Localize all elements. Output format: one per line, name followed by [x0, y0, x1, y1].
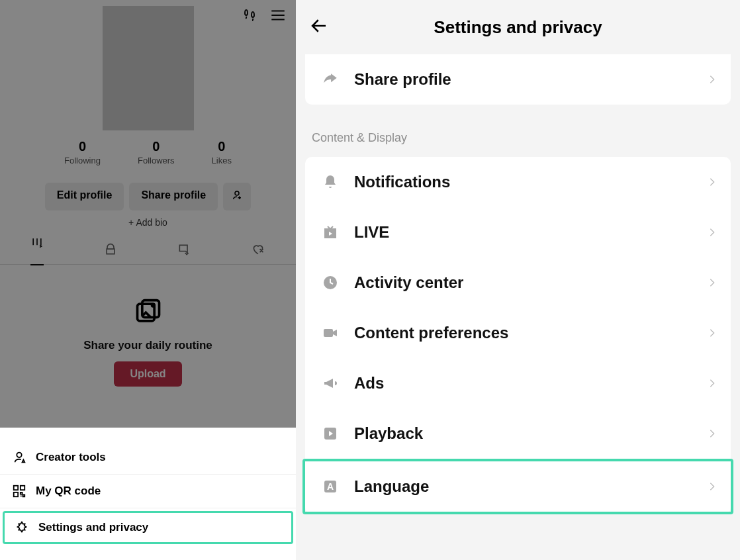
menu-icon[interactable] [269, 7, 287, 26]
item-ads[interactable]: Ads [305, 358, 731, 408]
item-activity-center[interactable]: Activity center [305, 257, 731, 308]
item-notifications-label: Notifications [354, 173, 450, 191]
item-playback[interactable]: Playback [305, 408, 731, 459]
item-language[interactable]: A Language [302, 459, 733, 514]
video-camera-icon [321, 325, 340, 341]
megaphone-icon [321, 375, 340, 391]
item-ads-label: Ads [354, 374, 384, 393]
profile-screen: 0 Following 0 Followers 0 Likes Edit pro… [0, 0, 296, 560]
empty-state: Share your daily routine Upload [0, 298, 296, 387]
sheet-settings-label: Settings and privacy [38, 521, 148, 534]
play-icon [321, 426, 340, 442]
item-live[interactable]: LIVE [305, 207, 731, 257]
chevron-right-icon [707, 424, 717, 443]
empty-message: Share your daily routine [83, 339, 212, 352]
settings-header: Settings and privacy [296, 0, 740, 54]
svg-rect-8 [324, 329, 333, 337]
item-share-label: Share profile [354, 70, 451, 89]
chevron-right-icon [707, 70, 717, 89]
tab-reposts[interactable] [177, 243, 191, 259]
share-profile-button[interactable]: Share profile [129, 183, 218, 210]
settings-screen: Settings and privacy Share profile Conte… [296, 0, 740, 560]
avatar[interactable] [103, 6, 194, 130]
page-title: Settings and privacy [296, 17, 740, 38]
item-live-label: LIVE [354, 223, 389, 242]
sheet-qr-code[interactable]: My QR code [0, 475, 296, 508]
followers-label: Followers [138, 156, 175, 165]
svg-point-2 [152, 304, 154, 306]
language-icon: A [321, 479, 340, 494]
add-friends-button[interactable] [223, 183, 251, 210]
following-label: Following [64, 156, 101, 165]
followers-stat[interactable]: 0 Followers [138, 139, 175, 165]
chevron-right-icon [707, 223, 717, 242]
item-content-preferences[interactable]: Content preferences [305, 308, 731, 358]
sheet-qr-label: My QR code [36, 485, 101, 498]
followers-count: 0 [138, 139, 175, 154]
sheet-creator-tools[interactable]: Creator tools [0, 441, 296, 475]
profile-top: 0 Following 0 Followers 0 Likes Edit pro… [0, 0, 296, 428]
likes-stat[interactable]: 0 Likes [212, 139, 232, 165]
tab-private[interactable] [104, 243, 117, 259]
settings-section-account-tail: Share profile [305, 54, 731, 105]
tv-icon [321, 224, 340, 240]
svg-rect-4 [21, 486, 24, 490]
sheet-creator-label: Creator tools [36, 451, 106, 464]
bottom-sheet: Creator tools My QR code Settings and pr… [0, 432, 296, 560]
svg-rect-3 [14, 486, 18, 490]
svg-rect-5 [14, 492, 18, 496]
section-content-display: Content & Display [296, 105, 740, 157]
bell-icon [321, 174, 340, 190]
sheet-settings-privacy[interactable]: Settings and privacy [3, 511, 293, 544]
settings-section-content: Notifications LIVE Activity center Conte… [305, 157, 731, 514]
edit-profile-button[interactable]: Edit profile [45, 183, 124, 210]
likes-count: 0 [212, 139, 232, 154]
tab-liked[interactable] [251, 243, 265, 259]
footprints-icon[interactable] [242, 7, 257, 26]
svg-text:A: A [327, 481, 334, 492]
item-activity-label: Activity center [354, 273, 463, 292]
profile-tabs [0, 237, 296, 265]
chevron-right-icon [707, 273, 717, 292]
item-notifications[interactable]: Notifications [305, 157, 731, 207]
tab-posts[interactable] [30, 236, 44, 265]
chevron-right-icon [707, 173, 717, 191]
chevron-right-icon [707, 477, 717, 496]
item-content-prefs-label: Content preferences [354, 324, 508, 342]
chevron-right-icon [707, 324, 717, 342]
chevron-right-icon [707, 374, 717, 393]
following-stat[interactable]: 0 Following [64, 139, 101, 165]
item-share-profile[interactable]: Share profile [305, 54, 731, 105]
following-count: 0 [64, 139, 101, 154]
item-playback-label: Playback [354, 424, 423, 443]
clock-icon [321, 275, 340, 291]
item-language-label: Language [354, 477, 429, 496]
upload-button[interactable]: Upload [114, 361, 181, 387]
image-stack-icon [134, 298, 163, 330]
stats-row: 0 Following 0 Followers 0 Likes [0, 139, 296, 165]
share-arrow-icon [321, 71, 340, 88]
add-bio-button[interactable]: + Add bio [0, 217, 296, 228]
likes-label: Likes [212, 156, 232, 165]
